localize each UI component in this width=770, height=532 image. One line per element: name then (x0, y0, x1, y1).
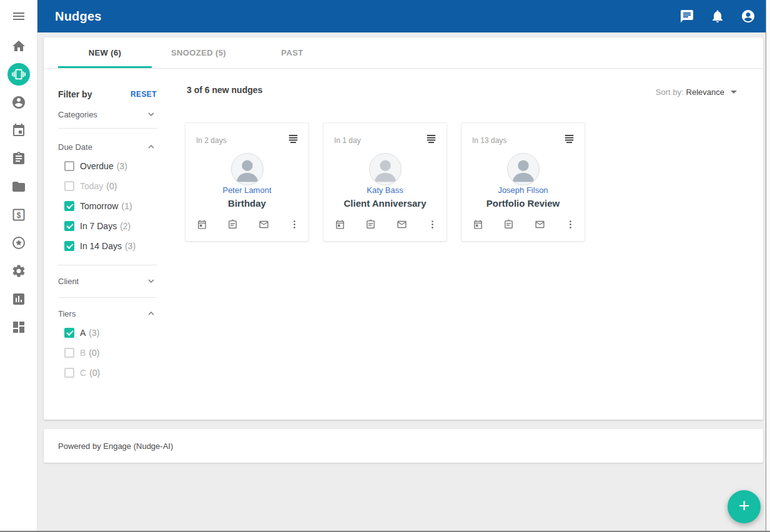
dropdown-caret-icon (731, 91, 737, 94)
chevron-up-icon (146, 141, 157, 152)
clipboard-icon[interactable] (503, 219, 514, 230)
scrollbar[interactable] (766, 0, 770, 532)
calendar-icon[interactable] (473, 219, 483, 230)
nudges-icon[interactable] (7, 63, 30, 86)
tab-bar: NEW (6) SNOOZED (5) PAST (44, 37, 763, 69)
results-summary: 3 of 6 new nudges (187, 85, 262, 95)
details-lines-icon[interactable] (425, 133, 437, 144)
filter-section-categories[interactable]: Categories (58, 108, 157, 121)
nudge-card-client-anniversary[interactable]: In 1 day Katy Bass Client Anniversary (323, 122, 447, 242)
chat-icon[interactable] (679, 9, 694, 24)
filter-section-tiers[interactable]: Tiers (58, 307, 157, 320)
filter-option-today[interactable]: Today (0) (64, 180, 157, 192)
checkbox-checked-icon[interactable] (64, 221, 74, 231)
add-nudge-button[interactable]: + (728, 490, 761, 523)
tab-snoozed[interactable]: SNOOZED (5) (152, 37, 245, 68)
more-vert-icon[interactable] (427, 219, 438, 230)
filter-option-in-14-days[interactable]: In 14 Days (3) (64, 240, 157, 252)
avatar[interactable] (369, 153, 402, 185)
checkbox-unchecked-icon[interactable] (64, 161, 74, 171)
chevron-down-icon (146, 109, 157, 120)
sort-dropdown[interactable]: Sort by: Relevance (656, 87, 737, 97)
details-lines-icon[interactable] (563, 133, 575, 144)
avatar[interactable] (231, 153, 264, 185)
clipboard-icon[interactable] (227, 219, 238, 230)
tab-new[interactable]: NEW (6) (58, 37, 152, 68)
nudges-panel: NEW (6) SNOOZED (5) PAST Filter by RESET… (44, 37, 763, 420)
reset-filters-button[interactable]: RESET (131, 90, 157, 99)
mail-icon[interactable] (259, 219, 269, 230)
filter-panel: Filter by RESET Categories Due Date Over… (58, 69, 157, 379)
menu-icon[interactable] (11, 9, 26, 24)
calendar-icon[interactable] (335, 219, 345, 230)
filter-option-overdue[interactable]: Overdue (3) (64, 160, 157, 172)
person-icon[interactable] (11, 95, 26, 110)
chevron-down-icon (146, 275, 157, 287)
mail-icon[interactable] (535, 219, 545, 230)
nudge-cards: In 2 days Peter Lamont Birthday (185, 122, 585, 242)
checkbox-unchecked-icon[interactable] (64, 348, 74, 358)
active-tab-indicator (58, 66, 152, 68)
svg-text:$: $ (17, 211, 21, 220)
filter-option-tier-b[interactable]: B (0) (64, 347, 157, 359)
nudge-card-birthday[interactable]: In 2 days Peter Lamont Birthday (185, 122, 309, 242)
client-name-link[interactable]: Joseph Filson (462, 185, 585, 195)
filter-option-tomorrow[interactable]: Tomorrow (1) (64, 200, 157, 212)
chevron-up-icon (146, 308, 157, 319)
footer: Powered by Engage (Nudge-AI) (44, 429, 763, 463)
calendar-icon[interactable] (197, 219, 207, 230)
client-name-link[interactable]: Katy Bass (323, 185, 447, 195)
account-icon[interactable] (741, 9, 756, 24)
plus-icon: + (739, 496, 750, 515)
nudge-title: Birthday (185, 198, 308, 209)
more-vert-icon[interactable] (289, 219, 300, 230)
nudge-title: Portfolio Review (462, 198, 585, 209)
bell-icon[interactable] (710, 9, 725, 24)
sidebar: $ (0, 0, 37, 532)
clipboard-icon[interactable] (365, 219, 376, 230)
divider (58, 265, 157, 265)
due-label: In 2 days (196, 136, 227, 145)
checkbox-checked-icon[interactable] (64, 201, 74, 211)
divider (58, 128, 157, 129)
filter-title: Filter by (58, 89, 92, 99)
settings-icon[interactable] (11, 264, 26, 278)
folder-icon[interactable] (11, 179, 26, 194)
filter-option-tier-c[interactable]: C (0) (64, 367, 157, 379)
nudge-title: Client Anniversary (323, 198, 447, 209)
star-icon[interactable] (11, 235, 26, 250)
due-date-options: Overdue (3) Today (0) Tomorrow (1) In 7 … (58, 160, 157, 252)
tab-past[interactable]: PAST (245, 37, 339, 68)
calendar-icon[interactable] (11, 123, 26, 138)
details-lines-icon[interactable] (287, 133, 299, 144)
filter-option-tier-a[interactable]: A (3) (64, 327, 157, 339)
filter-section-client[interactable]: Client (58, 275, 157, 287)
home-icon[interactable] (11, 39, 26, 54)
divider (58, 297, 157, 298)
app-header: Nudges (37, 0, 766, 32)
tiers-options: A (3) B (0) C (0) (58, 327, 157, 379)
powered-by-text: Powered by Engage (Nudge-AI) (58, 441, 173, 451)
avatar[interactable] (507, 153, 540, 185)
more-vert-icon[interactable] (565, 219, 576, 230)
checkbox-unchecked-icon[interactable] (64, 181, 74, 191)
nudge-card-portfolio-review[interactable]: In 13 days Joseph Filson Portfolio Revie… (461, 122, 585, 242)
chart-icon[interactable] (11, 292, 26, 307)
client-name-link[interactable]: Peter Lamont (185, 185, 308, 195)
filter-section-due-date[interactable]: Due Date (58, 140, 157, 153)
billing-icon[interactable]: $ (11, 207, 26, 222)
checkbox-unchecked-icon[interactable] (64, 368, 74, 378)
due-label: In 1 day (334, 136, 361, 145)
due-label: In 13 days (472, 136, 506, 145)
checkbox-checked-icon[interactable] (64, 241, 74, 251)
page-title: Nudges (55, 9, 102, 24)
checkbox-checked-icon[interactable] (64, 328, 74, 338)
mail-icon[interactable] (397, 219, 407, 230)
dashboard-icon[interactable] (11, 320, 26, 335)
filter-option-in-7-days[interactable]: In 7 Days (2) (64, 220, 157, 232)
clipboard-icon[interactable] (11, 151, 26, 166)
